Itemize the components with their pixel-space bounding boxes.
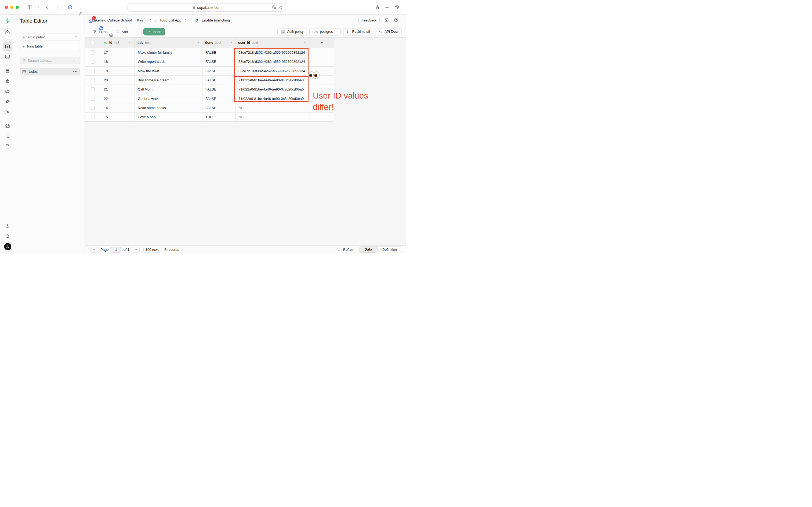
tab-overview-icon[interactable] xyxy=(393,4,400,11)
enable-branching-button[interactable]: Enable branching xyxy=(201,18,230,22)
column-menu-icon[interactable] xyxy=(303,41,307,45)
rail-edge-functions-icon[interactable] xyxy=(3,97,12,106)
cell-id[interactable]: 15 xyxy=(101,113,135,122)
rail-database-icon[interactable] xyxy=(3,67,12,75)
search-tables-box[interactable] xyxy=(19,57,80,64)
cell-id[interactable]: 21 xyxy=(101,85,135,94)
rail-api-docs-icon[interactable] xyxy=(3,142,12,151)
extension-cleaner-icon[interactable] xyxy=(77,11,84,18)
extension-package-heart-icon[interactable]: ♥ xyxy=(87,18,94,25)
chevron-down-icon[interactable] xyxy=(35,4,42,11)
cell-done[interactable]: FALSE xyxy=(202,67,235,76)
new-tab-icon[interactable] xyxy=(384,4,391,11)
extension-timer-icon[interactable] xyxy=(67,4,73,11)
help-icon[interactable] xyxy=(394,17,399,23)
rail-search-icon[interactable] xyxy=(3,232,12,241)
auth-policy-button[interactable]: 1 Auth policy xyxy=(277,28,307,36)
project-switcher-icon[interactable] xyxy=(184,18,187,22)
sidebar-toggle-icon[interactable] xyxy=(26,4,33,11)
breadcrumb-project[interactable]: Todo List App xyxy=(160,18,181,22)
row-checkbox[interactable] xyxy=(85,85,101,94)
forward-button[interactable] xyxy=(54,4,61,11)
page-number-input[interactable] xyxy=(111,247,121,253)
rail-reports-icon[interactable] xyxy=(3,122,12,130)
rail-logs-icon[interactable] xyxy=(3,132,12,140)
row-checkbox[interactable] xyxy=(85,113,101,122)
cell-done[interactable]: FALSE xyxy=(202,85,235,94)
rail-settings-icon[interactable] xyxy=(3,222,12,230)
reload-icon[interactable] xyxy=(279,5,283,10)
cell-done[interactable]: FALSE xyxy=(202,57,235,66)
prev-page-button[interactable] xyxy=(90,247,98,253)
column-menu-icon[interactable] xyxy=(229,41,233,45)
role-select[interactable]: role postgres xyxy=(309,28,341,36)
select-all-checkbox[interactable] xyxy=(85,38,101,48)
cell-id[interactable]: 19 xyxy=(101,67,135,76)
minimize-window-button[interactable] xyxy=(10,6,13,9)
row-checkbox[interactable] xyxy=(85,103,101,113)
row-checkbox[interactable] xyxy=(85,57,101,66)
add-column-button[interactable]: + xyxy=(310,38,334,48)
tab-data[interactable]: Data xyxy=(359,246,378,253)
row-checkbox[interactable] xyxy=(85,76,101,85)
realtime-toggle-button[interactable]: Realtime off xyxy=(343,28,373,36)
cell-done[interactable]: FALSE xyxy=(202,76,235,85)
cell-done[interactable]: FALSE xyxy=(202,48,235,57)
tab-definition[interactable]: Definition xyxy=(377,246,402,253)
rows-per-page-button[interactable]: 100 rows xyxy=(143,247,161,253)
column-header-done[interactable]: done bool xyxy=(202,38,235,48)
cell-title[interactable]: Write report cards xyxy=(135,57,202,66)
column-menu-icon[interactable] xyxy=(196,41,199,45)
schema-select[interactable]: schema: public xyxy=(19,34,80,41)
table-options-menu-icon[interactable]: ••• xyxy=(73,69,78,74)
cell-title[interactable]: Call Mom xyxy=(135,85,202,94)
column-header-title[interactable]: title text xyxy=(135,38,202,48)
rail-home-icon[interactable] xyxy=(3,28,12,37)
row-checkbox[interactable] xyxy=(85,94,101,103)
cell-user-id[interactable]: NULL xyxy=(235,113,310,122)
cell-title[interactable]: Mow the lawn xyxy=(135,67,202,76)
rail-realtime-icon[interactable] xyxy=(3,107,12,116)
cell-id[interactable]: 17 xyxy=(101,48,135,57)
sidebar-item-todos-table[interactable]: todos ••• xyxy=(19,68,80,75)
new-table-button[interactable]: + New table xyxy=(19,43,80,50)
cell-title[interactable]: Buy some ice cream xyxy=(135,76,202,85)
insert-button[interactable]: Insert xyxy=(143,28,165,36)
window-controls[interactable] xyxy=(5,6,19,9)
org-switcher-icon[interactable] xyxy=(149,18,152,22)
share-icon[interactable] xyxy=(374,4,381,11)
cell-id[interactable]: 14 xyxy=(101,103,135,113)
cell-user-id[interactable]: NULL xyxy=(235,103,310,113)
rail-table-editor-icon[interactable] xyxy=(3,42,12,51)
row-checkbox[interactable] xyxy=(85,48,101,57)
breadcrumb-org[interactable]: Lakefield College School xyxy=(92,18,132,22)
back-button[interactable] xyxy=(44,4,51,11)
cell-id[interactable]: 18 xyxy=(101,57,135,66)
cell-done[interactable]: FALSE xyxy=(202,94,235,103)
cell-done[interactable]: TRUE xyxy=(202,113,235,122)
translate-icon[interactable]: A xyxy=(272,5,277,10)
cell-title[interactable]: Make dinner for family xyxy=(135,48,202,57)
extension-onepassword-icon[interactable] xyxy=(97,25,104,32)
cell-title[interactable]: Go for a walk xyxy=(135,94,202,103)
row-checkbox[interactable] xyxy=(85,67,101,76)
inbox-icon[interactable] xyxy=(384,17,389,23)
column-header-user-id[interactable]: user_id uuid xyxy=(235,38,310,48)
next-page-button[interactable] xyxy=(132,247,139,253)
cell-id[interactable]: 22 xyxy=(101,94,135,103)
column-menu-icon[interactable] xyxy=(128,41,132,45)
refresh-button[interactable]: Refresh xyxy=(337,247,355,251)
cell-id[interactable]: 20 xyxy=(101,76,135,85)
cell-done[interactable]: FALSE xyxy=(202,103,235,113)
cell-title[interactable]: Read some books xyxy=(135,103,202,113)
address-bar[interactable]: supabase.com A xyxy=(127,3,286,11)
account-avatar[interactable] xyxy=(4,243,11,250)
cell-title[interactable]: Have a nap xyxy=(135,113,202,122)
api-docs-button[interactable]: API Docs xyxy=(375,28,402,36)
close-window-button[interactable] xyxy=(5,6,8,9)
zoom-window-button[interactable] xyxy=(15,6,19,9)
rail-storage-icon[interactable] xyxy=(3,87,12,96)
sort-button[interactable]: Sort xyxy=(116,30,128,34)
search-tables-input[interactable] xyxy=(27,59,71,63)
rail-authentication-icon[interactable] xyxy=(3,77,12,86)
